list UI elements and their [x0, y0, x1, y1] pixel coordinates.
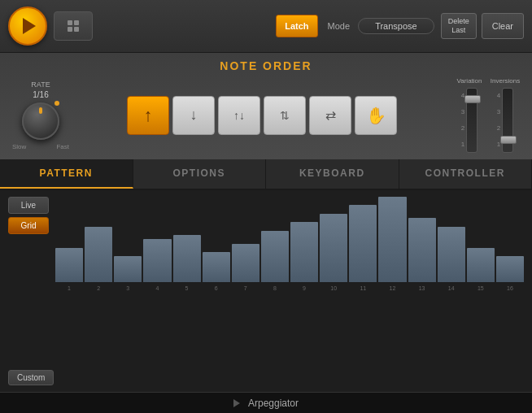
bar-col-1[interactable]	[55, 248, 83, 282]
bar-label-7: 7	[232, 285, 259, 291]
var-num-2: 2	[461, 125, 464, 132]
inversions-slider-track[interactable]	[502, 88, 513, 153]
bar-label-15: 15	[467, 285, 495, 291]
bar-col-12[interactable]	[378, 197, 406, 282]
fast-label: Fast	[56, 143, 69, 150]
bar-label-3: 3	[114, 285, 142, 291]
var-num-3: 3	[461, 109, 464, 115]
play-button[interactable]	[8, 7, 47, 46]
bar-7[interactable]	[232, 244, 259, 282]
direction-buttons: ↑ ↓ ↑↓ ⇅ ⇄ ✋	[79, 96, 445, 135]
mode-label: Mode	[328, 21, 351, 31]
left-controls: Live Grid	[8, 197, 49, 234]
bar-label-4: 4	[143, 285, 171, 291]
status-bar: Arpeggiator	[0, 392, 532, 413]
bar-10[interactable]	[320, 214, 347, 282]
variation-slider-thumb[interactable]	[464, 95, 481, 103]
bar-8[interactable]	[261, 231, 289, 282]
tab-options[interactable]: OPTIONS	[133, 159, 267, 189]
custom-button[interactable]: Custom	[8, 370, 54, 385]
dir-btn-converge[interactable]: ⇅	[264, 96, 306, 135]
variation-slider-group: Variation 4 3 2 1	[455, 77, 484, 153]
live-button[interactable]: Live	[8, 197, 49, 214]
chart-area: 12345678910111213141516	[55, 197, 524, 293]
pattern-section: Live Grid 12345678910111213141516 Custom	[0, 190, 532, 392]
tab-controller[interactable]: CONTROLLER	[399, 159, 533, 189]
bar-14[interactable]	[438, 227, 465, 282]
knob-dot	[55, 101, 59, 106]
delete-last-button[interactable]: DeleteLast	[441, 13, 477, 39]
rate-knob[interactable]	[22, 102, 59, 140]
grid-button[interactable]: Grid	[8, 217, 49, 234]
bar-label-5: 5	[173, 285, 201, 291]
bar-label-11: 11	[349, 285, 377, 291]
variation-slider-track[interactable]	[466, 88, 477, 153]
bar-9[interactable]	[290, 222, 318, 282]
bar-col-2[interactable]	[85, 227, 112, 282]
bar-col-13[interactable]	[408, 218, 436, 282]
bar-2[interactable]	[85, 227, 112, 282]
inversions-label: Inversions	[491, 77, 520, 85]
tab-pattern[interactable]: PATTERN	[0, 159, 133, 189]
dir-btn-up[interactable]: ↑	[127, 96, 169, 135]
tab-keyboard[interactable]: KEYBOARD	[266, 159, 399, 189]
bar-col-15[interactable]	[467, 248, 495, 282]
bar-label-1: 1	[55, 285, 83, 291]
bar-label-10: 10	[320, 285, 347, 291]
bar-15[interactable]	[467, 248, 495, 282]
dir-btn-updown[interactable]: ↑↓	[218, 96, 260, 135]
dir-btn-random[interactable]: ⇄	[309, 96, 351, 135]
rate-value: 1/16	[33, 90, 48, 99]
bar-col-14[interactable]	[438, 227, 465, 282]
bar-col-6[interactable]	[203, 252, 230, 282]
transpose-display: Transpose	[358, 18, 434, 34]
bar-label-2: 2	[85, 285, 112, 291]
bar-11[interactable]	[349, 205, 377, 282]
pattern-controls: Live Grid 12345678910111213141516	[8, 197, 524, 363]
variation-label: Variation	[457, 77, 482, 85]
status-text: Arpeggiator	[248, 398, 299, 409]
inv-num-4: 4	[497, 93, 500, 99]
bar-col-4[interactable]	[143, 239, 171, 282]
bar-5[interactable]	[173, 235, 201, 282]
inversions-slider-thumb[interactable]	[500, 136, 517, 144]
slow-fast-labels: Slow Fast	[12, 143, 69, 150]
dir-btn-manual[interactable]: ✋	[355, 96, 397, 135]
bar-col-7[interactable]	[232, 244, 259, 282]
bar-col-11[interactable]	[349, 205, 377, 282]
bar-label-6: 6	[203, 285, 230, 291]
bar-col-10[interactable]	[320, 214, 347, 282]
bar-col-16[interactable]	[496, 256, 524, 282]
note-order-title: NOTE ORDER	[0, 56, 532, 77]
tabs-section: PATTERN OPTIONS KEYBOARD CONTROLLER	[0, 159, 532, 190]
inv-num-3: 3	[497, 109, 500, 115]
bar-6[interactable]	[203, 252, 230, 282]
record-button[interactable]	[54, 11, 93, 41]
note-order-controls: Rate 1/16 Slow Fast ↑ ↓ ↑↓ ⇅ ⇄ ✋	[0, 77, 532, 153]
rate-label: Rate	[31, 80, 50, 89]
bar-4[interactable]	[143, 239, 171, 282]
bar-3[interactable]	[114, 256, 142, 282]
bar-col-5[interactable]	[173, 235, 201, 282]
clear-button[interactable]: Clear	[482, 13, 524, 39]
bar-16[interactable]	[496, 256, 524, 282]
bottom-controls: Custom	[8, 367, 524, 389]
bar-col-3[interactable]	[114, 256, 142, 282]
status-play-icon[interactable]	[233, 399, 240, 407]
bar-12[interactable]	[378, 197, 406, 282]
note-order-section: NOTE ORDER Rate 1/16 Slow Fast ↑ ↓ ↑↓ ⇅ …	[0, 53, 532, 159]
bar-col-9[interactable]	[290, 222, 318, 282]
bar-labels: 12345678910111213141516	[55, 284, 524, 293]
latch-button[interactable]: Latch	[276, 15, 317, 37]
dir-btn-down[interactable]: ↓	[172, 96, 215, 135]
bar-label-9: 9	[290, 285, 318, 291]
inversions-slider-wrapper: 4 3 2 1	[497, 88, 513, 153]
bar-col-8[interactable]	[261, 231, 289, 282]
bar-13[interactable]	[408, 218, 436, 282]
rate-knob-container	[22, 102, 59, 140]
variation-slider-wrapper: 4 3 2 1	[461, 88, 477, 153]
bar-1[interactable]	[55, 248, 83, 282]
sliders-section: Variation 4 3 2 1 Inversions	[455, 77, 520, 153]
bar-label-14: 14	[438, 285, 465, 291]
bar-label-16: 16	[496, 285, 524, 291]
